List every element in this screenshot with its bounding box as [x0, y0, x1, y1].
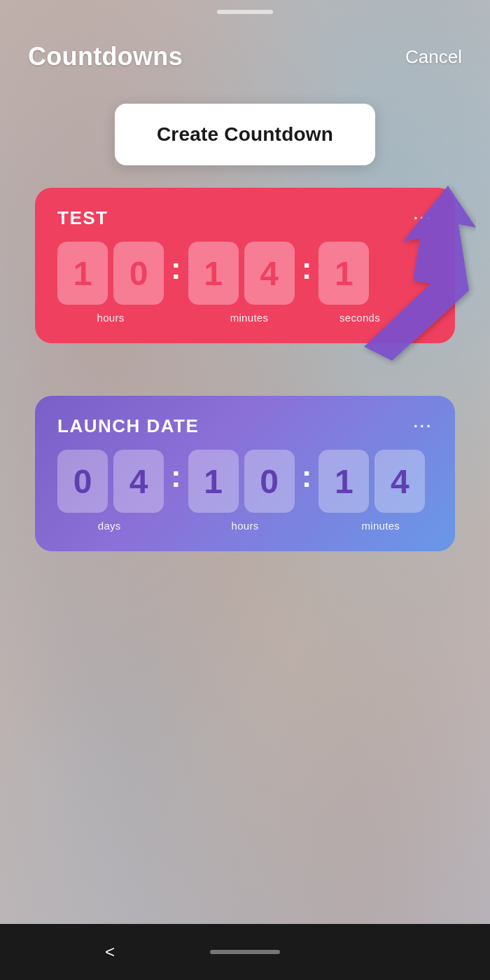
digit-box: 0 [113, 242, 164, 305]
launch-date-countdown-card[interactable]: LAUNCH DATE ··· 0 4 : 1 0 : 1 4 days [35, 396, 455, 551]
hours-digit-group: 1 0 [57, 242, 164, 305]
minutes-label: minutes [196, 312, 302, 324]
home-indicator[interactable] [210, 950, 280, 954]
card-menu-launch[interactable]: ··· [414, 417, 433, 436]
hours-label: hours [57, 312, 164, 324]
digit-box: 1 [57, 242, 108, 305]
page-title: Countdowns [28, 42, 183, 71]
digits-row-test: 1 0 : 1 4 : 1 [57, 242, 433, 305]
digit-box: 1 [318, 450, 369, 513]
digit-box: 0 [244, 450, 295, 513]
colon-separator: : [302, 459, 312, 494]
test-countdown-card[interactable]: TEST ··· 1 0 : 1 4 : 1 hours minutes [35, 188, 455, 343]
hours-digit-group-launch: 1 0 [188, 450, 295, 513]
hours-label-launch: hours [193, 520, 297, 532]
digit-box: 4 [113, 450, 164, 513]
labels-row-launch: days hours minutes [57, 520, 433, 532]
card-title-test: TEST [57, 207, 108, 229]
colon-separator: : [171, 251, 181, 286]
minutes-label-launch: minutes [329, 520, 433, 532]
card-title-launch: LAUNCH DATE [57, 415, 199, 437]
minutes-digit-group-launch: 1 4 [318, 450, 425, 513]
drag-handle[interactable] [217, 10, 273, 14]
seconds-digit-group: 1 [318, 242, 369, 305]
digits-row-launch: 0 4 : 1 0 : 1 4 [57, 450, 433, 513]
nav-bar: < [0, 924, 490, 980]
days-label: days [57, 520, 161, 532]
digit-box: 0 [57, 450, 108, 513]
digit-box: 4 [244, 242, 295, 305]
digit-box: 1 [318, 242, 369, 305]
colon-separator: : [302, 251, 312, 286]
card-menu-test[interactable]: ··· [414, 209, 433, 228]
create-countdown-button[interactable]: Create Countdown [115, 104, 375, 165]
card-header-test: TEST ··· [57, 207, 433, 229]
digit-box: 1 [188, 242, 239, 305]
seconds-label: seconds [335, 312, 385, 324]
labels-row-test: hours minutes seconds [57, 312, 433, 324]
days-digit-group: 0 4 [57, 450, 164, 513]
screen: Countdowns Cancel Create Countdown TEST … [0, 0, 490, 980]
card-header-launch: LAUNCH DATE ··· [57, 415, 433, 437]
back-button[interactable]: < [105, 942, 115, 962]
digit-box: 4 [374, 450, 425, 513]
colon-separator: : [171, 459, 181, 494]
digit-box: 1 [188, 450, 239, 513]
cancel-button[interactable]: Cancel [405, 46, 462, 68]
minutes-digit-group: 1 4 [188, 242, 295, 305]
create-countdown-container: Create Countdown [115, 104, 375, 165]
header: Countdowns Cancel [0, 42, 490, 71]
